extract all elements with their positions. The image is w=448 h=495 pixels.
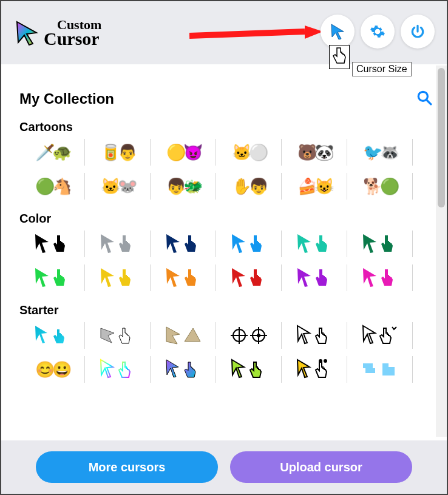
- cursor-pair-icon: 🐦🦝: [363, 143, 397, 162]
- cursor-pair-icon: [33, 267, 72, 289]
- cursor-pair-icon: [229, 359, 268, 380]
- cursor-pack[interactable]: [216, 356, 282, 383]
- collection-title: My Collection: [19, 90, 114, 107]
- svg-rect-17: [382, 363, 389, 375]
- cursor-pack[interactable]: [282, 231, 347, 257]
- cursor-pair-icon: 🐕🟢: [363, 177, 397, 196]
- more-cursors-button[interactable]: More cursors: [36, 451, 218, 483]
- cursor-pair-icon: 🥫👨: [101, 143, 135, 162]
- cursor-pair-icon: [295, 325, 334, 346]
- cursor-pair-icon: 👦🐲: [166, 177, 200, 196]
- cursor-pair-icon: [98, 325, 137, 346]
- logo-text-bottom: Cursor: [44, 30, 101, 47]
- cursor-pack[interactable]: [85, 264, 151, 291]
- starter-row-1: [19, 322, 432, 349]
- power-icon: [410, 24, 426, 39]
- cursor-pack[interactable]: [216, 264, 282, 291]
- cursor-pack[interactable]: [19, 322, 85, 349]
- cursor-pair-icon: [229, 233, 268, 255]
- cursor-pack[interactable]: [347, 322, 413, 349]
- cursor-pair-icon: [295, 359, 334, 380]
- cursor-pack[interactable]: [151, 322, 216, 349]
- scrollbar[interactable]: [436, 66, 447, 437]
- cursor-pack[interactable]: [19, 231, 85, 257]
- cursor-pair-icon: [295, 233, 334, 255]
- cursor-pack[interactable]: 🐻🐼: [282, 139, 347, 166]
- cursor-pack[interactable]: [216, 231, 282, 257]
- cursor-pair-icon: [295, 267, 334, 289]
- cursor-pair-icon: [164, 233, 203, 255]
- cursor-pack[interactable]: [85, 231, 151, 257]
- cursor-icon: [329, 23, 346, 40]
- cursor-pair-icon: 🐱⚪: [232, 143, 266, 162]
- svg-point-12: [324, 359, 327, 363]
- cursor-pair-icon: 🗡️🐢: [35, 143, 69, 162]
- color-row-2: [19, 264, 432, 291]
- cursor-pack[interactable]: 🟢🐴: [19, 173, 85, 200]
- cursor-pack[interactable]: [151, 231, 216, 257]
- gear-icon: [370, 24, 385, 39]
- svg-rect-15: [365, 368, 370, 373]
- cursor-pack[interactable]: 😊😀: [19, 356, 85, 383]
- cursor-pair-icon: [164, 325, 203, 346]
- cursor-pack[interactable]: 🟡😈: [151, 139, 216, 166]
- cursor-pack[interactable]: 🐕🟢: [347, 173, 413, 200]
- cursor-pair-icon: [361, 267, 399, 289]
- cursor-pack[interactable]: [85, 322, 151, 349]
- cursor-pack[interactable]: [85, 356, 151, 383]
- cursor-pack[interactable]: ✋👦: [216, 173, 282, 200]
- category-title-starter: Starter: [19, 303, 432, 317]
- cursor-pack[interactable]: [282, 356, 347, 383]
- cursor-pair-icon: [229, 325, 268, 346]
- cursor-pack[interactable]: 🐱🐭: [85, 173, 151, 200]
- svg-point-10: [257, 334, 260, 337]
- cursor-pair-icon: 🐻🐼: [297, 143, 331, 162]
- search-icon: [416, 90, 432, 106]
- cartoons-row-2: 🟢🐴 🐱🐭 👦🐲 ✋👦 🍰😺 🐕🟢: [19, 173, 432, 200]
- cursor-pack[interactable]: [282, 264, 347, 291]
- cursor-pack[interactable]: [347, 231, 413, 257]
- cursor-pair-icon: [98, 267, 137, 289]
- cursor-size-button[interactable]: [321, 15, 355, 49]
- logo: Custom Cursor: [13, 19, 101, 47]
- category-title-cartoons: Cartoons: [19, 120, 432, 134]
- scrollbar-thumb[interactable]: [438, 68, 445, 207]
- annotation-arrow: [189, 25, 323, 46]
- svg-line-0: [189, 32, 305, 36]
- logo-cursor-icon: [13, 19, 40, 46]
- cursor-pack[interactable]: [347, 356, 413, 383]
- cursor-pair-icon: [33, 233, 72, 255]
- cursor-pack[interactable]: [216, 322, 282, 349]
- cursor-pair-icon: 🟢🐴: [35, 177, 69, 196]
- cursor-pack[interactable]: [151, 264, 216, 291]
- upload-cursor-button[interactable]: Upload cursor: [230, 451, 412, 483]
- cursor-pack[interactable]: 🥫👨: [85, 139, 151, 166]
- cursor-pair-icon: [361, 325, 399, 346]
- cursor-pack[interactable]: 🍰😺: [282, 173, 347, 200]
- cursor-pair-icon: [98, 359, 137, 380]
- cursor-pair-icon: 🍰😺: [297, 177, 331, 196]
- cartoons-row-1: 🗡️🐢 🥫👨 🟡😈 🐱⚪ 🐻🐼 🐦🦝: [19, 139, 432, 166]
- settings-button[interactable]: [361, 15, 395, 49]
- cursor-pack[interactable]: [347, 264, 413, 291]
- power-button[interactable]: [401, 15, 435, 49]
- cursor-pair-icon: 😊😀: [35, 360, 69, 379]
- cursor-pack[interactable]: [151, 356, 216, 383]
- cursor-pair-icon: [98, 233, 137, 255]
- cursor-pack[interactable]: 🗡️🐢: [19, 139, 85, 166]
- starter-row-2: 😊😀: [19, 356, 432, 383]
- svg-rect-13: [363, 363, 368, 368]
- color-row-1: [19, 231, 432, 257]
- cursor-pack[interactable]: [19, 264, 85, 291]
- cursor-pack[interactable]: [282, 322, 347, 349]
- content: My Collection Cartoons 🗡️🐢 🥫👨 🟡😈 🐱⚪ 🐻🐼 🐦…: [1, 64, 447, 437]
- svg-line-3: [426, 99, 431, 104]
- cursor-pair-icon: [361, 359, 399, 380]
- cursor-pair-icon: [33, 325, 72, 346]
- cursor-pair-icon: [361, 233, 399, 255]
- cursor-pack[interactable]: 👦🐲: [151, 173, 216, 200]
- cursor-pair-icon: [164, 359, 203, 380]
- cursor-pack[interactable]: 🐱⚪: [216, 139, 282, 166]
- search-button[interactable]: [416, 90, 432, 108]
- cursor-pack[interactable]: 🐦🦝: [347, 139, 413, 166]
